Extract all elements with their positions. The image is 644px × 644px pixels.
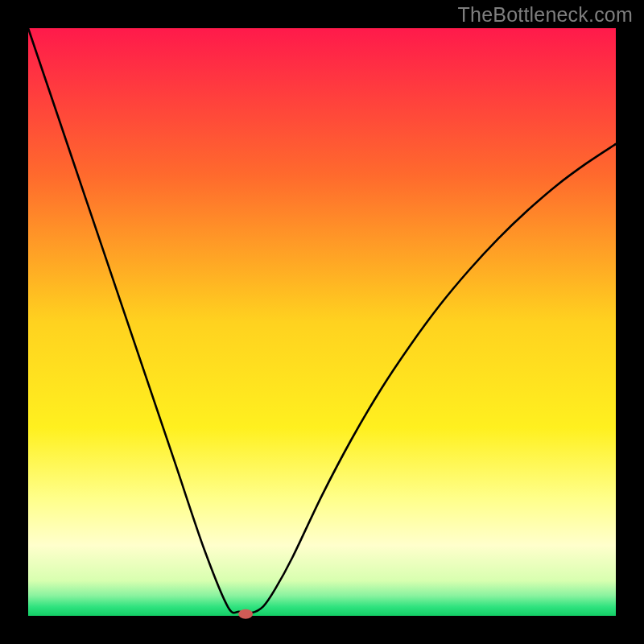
watermark: TheBottleneck.com [458, 3, 633, 27]
bottleneck-point-marker [238, 609, 253, 619]
chart-container: TheBottleneck.com [0, 0, 644, 644]
plot-background [28, 28, 616, 616]
bottleneck-chart [0, 0, 644, 644]
